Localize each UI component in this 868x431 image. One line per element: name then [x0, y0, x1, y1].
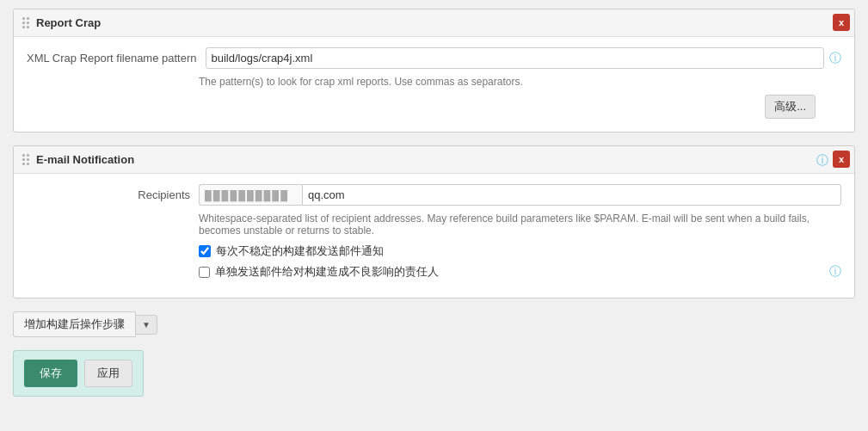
- recipients-control: ██████████: [199, 184, 841, 206]
- recipients-row: Recipients ██████████: [27, 184, 841, 206]
- filename-pattern-control: ⓘ: [206, 47, 841, 69]
- recipient-masked: ██████████: [199, 184, 302, 206]
- responsible-person-label: 单独发送邮件给对构建造成不良影响的责任人: [215, 264, 439, 280]
- email-notification-body: Recipients ██████████ Whitespace-separat…: [14, 174, 854, 298]
- report-crap-header: Report Crap: [14, 9, 854, 37]
- filename-pattern-label: XML Crap Report filename pattern: [27, 47, 206, 65]
- checkbox-unstable-row: 每次不稳定的构建都发送邮件通知: [199, 243, 841, 259]
- recipients-label: Recipients: [27, 184, 199, 201]
- drag-handle-icon-2: [22, 154, 29, 165]
- report-crap-section: Report Crap x XML Crap Report filename p…: [13, 9, 855, 132]
- filename-pattern-input[interactable]: [206, 47, 824, 69]
- email-notification-header: E-mail Notification: [14, 146, 854, 174]
- filename-help-text: The pattern(s) to look for crap xml repo…: [199, 76, 841, 88]
- delete-email-button[interactable]: x: [833, 151, 850, 168]
- apply-button[interactable]: 应用: [84, 360, 132, 387]
- advanced-button[interactable]: 高级...: [765, 95, 816, 119]
- save-button[interactable]: 保存: [24, 360, 77, 387]
- recipients-help-text: Whitespace-separated list of recipient a…: [199, 212, 841, 237]
- recipient-email-input[interactable]: [302, 184, 841, 206]
- delete-report-crap-button[interactable]: x: [833, 14, 850, 31]
- filename-pattern-row: XML Crap Report filename pattern ⓘ: [27, 47, 841, 69]
- responsible-person-checkbox[interactable]: [199, 267, 210, 278]
- drag-handle-icon: [22, 17, 29, 28]
- email-notification-section: E-mail Notification x ⓘ Recipients █████…: [13, 145, 855, 299]
- recipient-input-container: ██████████: [199, 184, 841, 206]
- main-container: Report Crap x XML Crap Report filename p…: [0, 0, 868, 405]
- unstable-notify-checkbox[interactable]: [199, 245, 211, 257]
- checkbox-responsible-row: 单独发送邮件给对构建造成不良影响的责任人 ⓘ: [199, 264, 841, 280]
- report-crap-title: Report Crap: [36, 16, 101, 29]
- advanced-btn-row: 高级...: [27, 95, 841, 119]
- report-crap-body: XML Crap Report filename pattern ⓘ The p…: [14, 37, 854, 132]
- footer-area: 保存 应用: [13, 346, 855, 397]
- save-section: 保存 应用: [13, 350, 144, 397]
- email-notification-title: E-mail Notification: [36, 153, 134, 166]
- add-step-dropdown-arrow[interactable]: ▼: [136, 315, 157, 335]
- responsible-help-icon[interactable]: ⓘ: [829, 264, 841, 280]
- unstable-notify-label: 每次不稳定的构建都发送邮件通知: [216, 243, 384, 259]
- filename-help-icon[interactable]: ⓘ: [829, 51, 841, 66]
- add-step-row: 增加构建后操作步骤 ▼: [13, 311, 855, 337]
- email-section-help-icon[interactable]: ⓘ: [816, 153, 828, 169]
- add-step-button[interactable]: 增加构建后操作步骤: [13, 311, 136, 337]
